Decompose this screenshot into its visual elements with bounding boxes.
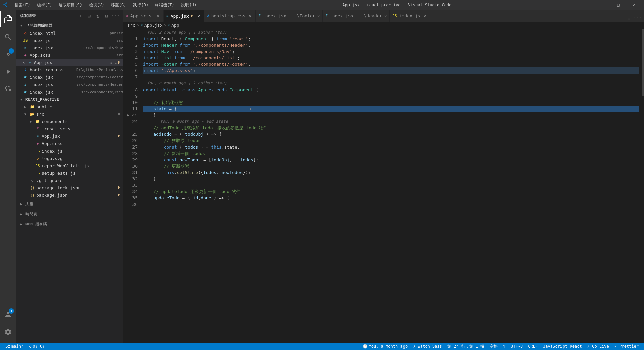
activity-explorer[interactable] [0, 11, 16, 27]
folder-components[interactable]: 📁 components [16, 118, 123, 125]
status-golive[interactable]: ⚡ Go Live [585, 343, 612, 350]
tab-appscss[interactable]: ◈ App.scss ✕ [123, 10, 164, 22]
css-icon: # [23, 67, 28, 72]
svg-icon: ◇ [35, 156, 40, 161]
file-appscss[interactable]: ◈ App.scss [16, 140, 123, 147]
open-file-bootstrap[interactable]: # bootstrap.css D:\github\Perfume\css [16, 66, 123, 73]
tab-indexjs-close[interactable]: ✕ [422, 13, 427, 19]
menu-edit[interactable]: 編輯(E) [34, 2, 55, 9]
sidebar-title: 檔案總管 [20, 13, 36, 18]
menu-view[interactable]: 檢視(V) [86, 2, 107, 9]
file-indexjs[interactable]: JS index.js [16, 147, 123, 155]
status-encoding[interactable]: UTF-8 [508, 343, 525, 350]
tab-indexjsx-footer[interactable]: # index.jsx ...\Header ✕ [323, 10, 390, 22]
blame-text-middle: You, a month ago | 1 author (You) [147, 80, 227, 86]
more-tabs-button[interactable]: ··· [634, 14, 641, 22]
activity-extensions[interactable] [0, 81, 16, 97]
menu-goto[interactable]: 移至(G) [108, 2, 129, 9]
status-line-ending[interactable]: CRLF [525, 343, 540, 350]
tab-appjsx[interactable]: ⚛ App.jsx M ✕ [164, 10, 204, 22]
activity-bar: 5 1 [0, 10, 16, 343]
activity-source-control[interactable]: 5 [0, 46, 16, 62]
new-file-button[interactable]: + [77, 12, 84, 20]
new-folder-button[interactable]: ⊞ [86, 12, 93, 20]
git-icon: ◇ [30, 178, 35, 183]
collapse-button[interactable]: ⊟ [103, 12, 110, 20]
file-appjsx-name: App.jsx [42, 134, 117, 139]
open-file-indexjs[interactable]: JS index.js src [16, 37, 123, 44]
activity-account[interactable]: 1 [0, 306, 16, 323]
timeline-header[interactable]: 時間表 [16, 210, 123, 218]
activity-search[interactable] [0, 29, 16, 45]
status-blame[interactable]: 🕐 You, a month ago [360, 343, 411, 350]
menu-selection[interactable]: 選取項目(S) [56, 2, 85, 9]
open-file-indexjsx-footer[interactable]: # index.jsx src/components/Footer [16, 73, 123, 81]
tab-indexjsx-header[interactable]: # index.jsx ...\Footer ✕ [256, 10, 323, 22]
open-file-indexjsx-header[interactable]: # index.jsx src/components/Header [16, 81, 123, 88]
npm-header[interactable]: NPM 指令碼 [16, 220, 123, 228]
folder-src[interactable]: 📂 src [16, 110, 123, 118]
components-arrow [28, 119, 34, 124]
status-sync[interactable]: ↻ 0↓ 0↑ [26, 343, 47, 350]
code-editor[interactable]: You, 2 hours ago | 1 author (You) import… [140, 29, 639, 343]
breadcrumb-sep1: > [137, 23, 139, 28]
menu-file[interactable]: 檔案(F) [12, 2, 33, 9]
activity-settings[interactable] [0, 324, 16, 340]
open-file-appjsx[interactable]: ✕ ⚛ App.jsx src M [16, 59, 123, 66]
folder-public[interactable]: 📁 public [16, 103, 123, 110]
open-editors-label: 已開啟的編輯器 [25, 23, 53, 28]
close-button[interactable]: ✕ [626, 0, 641, 10]
file-packagejson-name: package.json [36, 193, 117, 198]
more-actions-button[interactable]: ··· [112, 12, 119, 20]
menu-help[interactable]: 說明(H) [178, 2, 199, 9]
breadcrumb-app[interactable]: App [171, 23, 179, 28]
status-prettier[interactable]: ✓ Prettier [612, 343, 641, 350]
file-reportwebvitals[interactable]: JS reportWebVitals.js [16, 162, 123, 169]
tab-appscss-close[interactable]: ✕ [155, 13, 161, 19]
scrollbar-track[interactable] [639, 29, 644, 343]
menu-terminal[interactable]: 終端機(T) [152, 2, 177, 9]
menu-run[interactable]: 執行(R) [130, 2, 151, 9]
open-file-appscss[interactable]: ◈ App.scss src [16, 51, 123, 59]
file-appjsx[interactable]: ⚛ App.jsx M [16, 132, 123, 140]
split-editor-button[interactable]: ⊞ [625, 14, 633, 22]
outline-header[interactable]: 大綱 [16, 200, 123, 208]
refresh-button[interactable]: ↻ [94, 12, 102, 20]
file-logosvg-name: logo.svg [42, 156, 123, 161]
open-file-indexjsx-nav[interactable]: ⚛ index.jsx src/components/Nav [16, 44, 123, 51]
open-file-indexhtml[interactable]: ◇ index.html public [16, 29, 123, 37]
folder-components-name: components [42, 119, 123, 124]
scrollbar-thumb[interactable] [642, 29, 644, 96]
tab-bootstrap[interactable]: # bootstrap.css ✕ [204, 10, 256, 22]
main-layout: 5 1 [0, 10, 644, 343]
status-spaces[interactable]: 空格: 4 [487, 343, 508, 350]
file-logosvg[interactable]: ◇ logo.svg [16, 155, 123, 162]
open-editors-section: 已開啟的編輯器 ◇ index.html public JS index.js … [16, 22, 123, 96]
status-cursor[interactable]: 第 24 行，第 1 欄 [445, 343, 487, 350]
open-editors-header[interactable]: 已開啟的編輯器 [16, 22, 123, 29]
breadcrumb-app-icon: ⚛ [168, 23, 170, 27]
breadcrumb-appjsx[interactable]: App.jsx [144, 23, 163, 28]
npm-section: NPM 指令碼 [16, 219, 123, 229]
project-header[interactable]: REACT_PRACTIVE [16, 96, 123, 103]
file-gitignore[interactable]: ◇ .gitignore [16, 177, 123, 184]
open-file-indexjsx-item[interactable]: # index.jsx src/components\Item [16, 88, 123, 96]
breadcrumb-src[interactable]: src [127, 23, 135, 28]
blame-text-top: You, 2 hours ago | 1 author (You) [147, 29, 227, 36]
status-watchsass[interactable]: ⚡ Watch Sass [410, 343, 445, 350]
file-package-lock[interactable]: {} package-lock.json M [16, 184, 123, 191]
file-packagejson[interactable]: {} package.json M [16, 191, 123, 199]
status-branch[interactable]: ⎇ main* [3, 343, 26, 350]
tab-bootstrap-close[interactable]: ✕ [247, 13, 253, 19]
status-language[interactable]: JavaScript React [540, 343, 585, 350]
tab-indexjs[interactable]: JS index.js ✕ [390, 10, 430, 22]
file-reset-scss[interactable]: # _reset.scss [16, 125, 123, 132]
tab-indexjsx-footer-close[interactable]: ✕ [384, 13, 387, 19]
tab-appjsx-close[interactable]: ✕ [196, 13, 201, 19]
maximize-button[interactable]: □ [610, 0, 626, 10]
file-setuptests[interactable]: JS setupTests.js [16, 169, 123, 177]
minimize-button[interactable]: ─ [595, 0, 610, 10]
tab-indexjsx-header-close[interactable]: ✕ [317, 13, 320, 19]
activity-run-debug[interactable] [0, 64, 16, 80]
timeline-arrow [19, 211, 24, 217]
